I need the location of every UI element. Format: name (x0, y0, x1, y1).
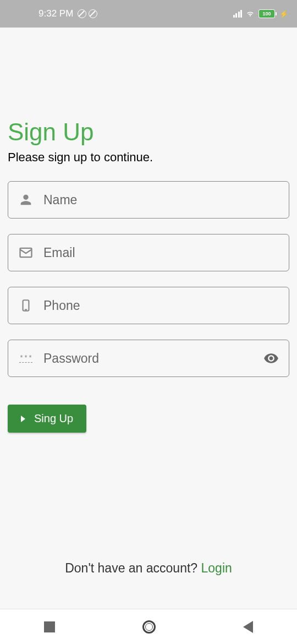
status-left: 9:32 PM (38, 8, 97, 19)
navigation-bar (0, 609, 297, 644)
status-time: 9:32 PM (38, 8, 73, 19)
name-field-container[interactable] (8, 181, 289, 219)
email-field-container[interactable] (8, 234, 289, 271)
toggle-password-visibility-icon[interactable] (263, 351, 279, 366)
email-input[interactable] (43, 245, 279, 260)
play-icon (21, 416, 25, 422)
page-subtitle: Please sign up to continue. (8, 150, 289, 165)
content-area: Sign Up Please sign up to continue. (0, 28, 297, 609)
password-field-container[interactable]: *** (8, 340, 289, 377)
recent-apps-button[interactable] (44, 621, 55, 632)
restriction-icon (89, 9, 97, 18)
back-button[interactable] (243, 621, 253, 633)
charging-icon: ⚡ (279, 10, 288, 18)
home-button[interactable] (142, 620, 156, 634)
person-icon (18, 192, 34, 208)
phone-icon (18, 298, 34, 313)
footer-prompt: Don't have an account? (65, 561, 201, 575)
password-icon: *** (18, 351, 34, 366)
signal-icon (233, 10, 243, 18)
wifi-icon (245, 10, 255, 18)
login-link[interactable]: Login (201, 561, 232, 575)
page-title: Sign Up (8, 118, 289, 146)
name-input[interactable] (43, 193, 279, 208)
footer-text: Don't have an account? Login (8, 561, 289, 576)
signup-button-label: Sing Up (34, 412, 73, 425)
do-not-disturb-icon (78, 9, 86, 18)
signup-button[interactable]: Sing Up (8, 405, 86, 433)
status-notification-icons (78, 9, 97, 18)
status-bar: 9:32 PM 100 ⚡ (0, 0, 297, 28)
battery-icon: 100 (258, 9, 275, 18)
email-icon (18, 245, 34, 260)
status-right: 100 ⚡ (233, 9, 289, 18)
battery-level: 100 (262, 11, 271, 17)
password-input[interactable] (43, 351, 263, 366)
phone-field-container[interactable] (8, 287, 289, 324)
phone-input[interactable] (43, 298, 279, 313)
